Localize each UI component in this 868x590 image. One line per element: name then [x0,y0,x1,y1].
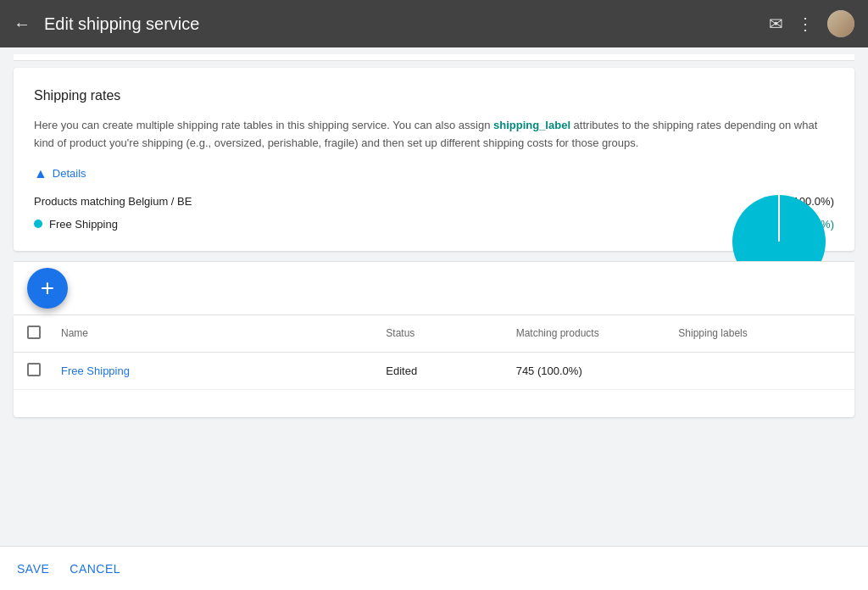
col-header-matching: Matching products [516,327,679,339]
bottom-bar: SAVE CANCEL [0,546,868,590]
rates-table-card: Name Status Matching products Shipping l… [14,315,854,417]
scroll-spacer [14,54,854,61]
details-label: Details [53,167,86,180]
row-matching: 745 (100.0%) [516,365,679,377]
card-title: Shipping rates [34,88,834,103]
cancel-button[interactable]: CANCEL [66,555,124,582]
products-section: Products matching Belgium / BE 745 (100.… [34,195,834,231]
table-footer-space [14,390,854,417]
page-title: Edit shipping service [44,14,769,34]
app-bar: ← Edit shipping service ✉ ⋮ [0,0,868,47]
table-row: Free Shipping Edited 745 (100.0%) [14,353,854,390]
shipping-label-link[interactable]: shipping_label [493,119,570,131]
shipping-rates-card: Shipping rates Here you can create multi… [14,68,854,251]
avatar[interactable] [827,10,854,37]
products-matching-row: Products matching Belgium / BE 745 (100.… [34,195,834,208]
description-pre: Here you can create multiple shipping ra… [34,119,493,131]
table-header: Name Status Matching products Shipping l… [14,315,854,353]
products-info: Products matching Belgium / BE 745 (100.… [34,195,834,231]
description: Here you can create multiple shipping ra… [34,117,834,153]
main-content: Shipping rates Here you can create multi… [0,47,868,546]
select-all-checkbox[interactable] [27,326,41,339]
rate-name: Free Shipping [49,218,761,231]
more-icon[interactable]: ⋮ [797,14,814,34]
rate-dot-icon [34,220,42,228]
products-matching-label: Products matching Belgium / BE [34,195,192,208]
rate-row: Free Shipping 745 (100.0%) [34,218,834,231]
details-toggle[interactable]: ▲ Details [34,166,834,181]
row-name[interactable]: Free Shipping [61,365,386,377]
app-bar-actions: ✉ ⋮ [769,10,854,37]
col-header-name: Name [61,327,386,339]
col-header-status: Status [386,327,515,339]
col-header-labels: Shipping labels [678,327,841,339]
chevron-up-icon: ▲ [34,166,47,181]
back-button[interactable]: ← [14,14,31,34]
row-status: Edited [386,365,515,377]
plus-icon: + [41,275,54,302]
mail-icon[interactable]: ✉ [769,14,783,34]
save-button[interactable]: SAVE [14,555,53,582]
row-checkbox[interactable] [27,363,41,376]
fab-row: + [14,261,854,315]
add-rate-button[interactable]: + [27,268,68,309]
